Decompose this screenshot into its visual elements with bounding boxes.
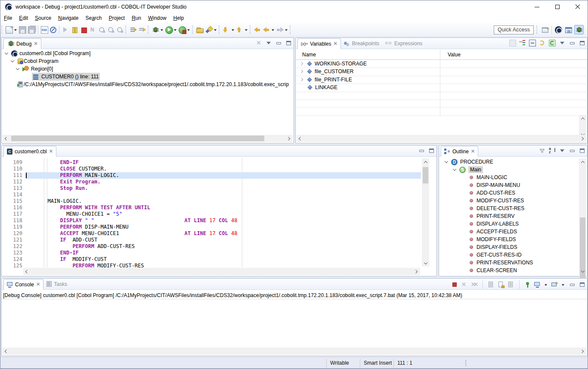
code-line-113[interactable]: 113 Stop Run. — [2, 185, 421, 192]
debug-tree-item[interactable]: Region[0] — [16, 65, 53, 73]
dropdown-icon[interactable] — [561, 281, 565, 288]
minimize-view-icon[interactable] — [418, 147, 425, 154]
show-execution-icon[interactable] — [139, 26, 146, 34]
outline-item[interactable]: MAIN-LOGIC — [470, 174, 507, 181]
pencil-edit-icon[interactable] — [223, 26, 230, 34]
back-gold-icon[interactable] — [254, 26, 261, 34]
minimize-view-icon[interactable] — [275, 40, 282, 47]
debug-perspective-button[interactable] — [574, 25, 584, 34]
run-app-icon[interactable] — [165, 26, 173, 34]
outline-item[interactable]: ADD-CUST-RES — [470, 189, 515, 197]
highlight-icon[interactable] — [205, 26, 213, 34]
dropdown-icon[interactable] — [544, 281, 548, 288]
remove-all-terminated-icon[interactable]: ✕ — [255, 40, 262, 47]
debug-tree-item[interactable]: CUSTOMER0 () line: 111 — [32, 73, 100, 81]
variable-row[interactable]: file_PRINT-FILE — [300, 76, 352, 84]
maximize-view-icon[interactable] — [579, 147, 585, 154]
column-header-name[interactable]: Name — [302, 52, 316, 58]
step-return-icon[interactable] — [116, 26, 124, 34]
maximize-view-icon[interactable] — [285, 40, 292, 47]
save-icon[interactable] — [19, 26, 26, 34]
tab-debug[interactable]: Debug ✕ — [3, 38, 41, 49]
open-folder-icon[interactable] — [196, 28, 204, 33]
code-line-119[interactable]: 119 PERFORM DISP-MAIN-MENU — [2, 224, 421, 230]
code-line-112[interactable]: 112 Exit Program. — [2, 179, 421, 185]
stop-icon[interactable] — [80, 26, 87, 34]
cobol-perspective-button[interactable] — [564, 25, 573, 34]
focus-icon[interactable] — [539, 147, 546, 154]
outline-item[interactable]: MODIFY-FIELDS — [470, 236, 516, 243]
tab-variables[interactable]: (x)= Variables ✕ — [297, 38, 341, 49]
clear-console-icon[interactable] — [488, 281, 495, 288]
code-line-114[interactable]: 114 — [2, 192, 421, 198]
outline-item[interactable]: MODIFY-CUST-RES — [470, 197, 524, 205]
debug-tree-item[interactable]: customer0.cbl [Cobol Program] — [5, 50, 90, 57]
view-menu-icon[interactable] — [265, 40, 272, 47]
new-wizard-dropdown-icon[interactable] — [14, 26, 17, 34]
outline-item[interactable]: DISPLAY-FIELDS — [470, 243, 517, 251]
quick-access-box[interactable]: Quick Access — [494, 25, 534, 34]
terminate-icon[interactable] — [451, 281, 458, 288]
show-type-names-icon[interactable] — [509, 40, 516, 47]
code-line-121[interactable]: 121 IF ADD-CUST — [2, 237, 421, 243]
menu-search[interactable]: Search — [82, 14, 105, 22]
menu-edit[interactable]: Edit — [15, 14, 31, 22]
minimize-view-icon[interactable] — [569, 147, 576, 154]
pin-console-icon[interactable] — [524, 281, 531, 288]
remove-all-launches-icon[interactable]: ✕✕ — [471, 281, 478, 288]
outline-item[interactable]: DISP-MAIN-MENU — [470, 181, 520, 189]
remove-launch-icon[interactable]: ✕ — [461, 281, 468, 288]
debug-tree-item[interactable]: Cobol Program — [11, 57, 59, 65]
up-annotation-dropdown-icon[interactable] — [244, 26, 248, 34]
save-all-icon[interactable] — [28, 26, 35, 34]
outline-vscrollbar[interactable] — [579, 158, 586, 275]
variable-row[interactable]: WORKING-STORAGE — [300, 60, 367, 68]
code-line-117[interactable]: 117 MENU-CHOICE1 = "5" — [2, 211, 421, 217]
minimize-view-icon[interactable] — [569, 281, 576, 288]
code-line-125[interactable]: 125 PERFORM MODIFY-CUST-RES — [2, 263, 421, 267]
code-line-122[interactable]: 122 PERFORM ADD-CUST-RES — [2, 243, 421, 250]
variables-hscrollbar[interactable] — [297, 135, 586, 142]
code-line-115[interactable]: 115 MAIN-LOGIC. — [2, 198, 421, 205]
pencil-edit-dropdown-icon[interactable] — [231, 26, 235, 34]
outline-item[interactable]: PRINT-RESERV — [470, 212, 514, 220]
word-wrap-icon[interactable] — [508, 281, 514, 288]
tab-breakpoints[interactable]: Breakpoints — [341, 38, 382, 49]
debug-hscrollbar[interactable] — [3, 135, 293, 142]
menu-window[interactable]: Window — [145, 14, 170, 22]
menu-navigate[interactable]: Navigate — [55, 14, 82, 22]
view-menu-icon[interactable] — [559, 40, 566, 47]
close-tab-icon[interactable]: ✕ — [333, 41, 337, 47]
outline-item-main[interactable]: SMain — [453, 166, 483, 174]
maximize-view-icon[interactable] — [579, 281, 585, 288]
sort-icon[interactable]: az — [549, 147, 556, 154]
menu-run[interactable]: Run — [128, 14, 145, 22]
outline-item[interactable]: ACCEPT-FIELDS — [470, 228, 517, 236]
outline-item[interactable]: DISPLAY-LABELS — [470, 220, 519, 228]
code-line-118[interactable]: 118 DISPLAY " " AT LINE 17 COL 48 — [2, 217, 421, 224]
skip-breakpoints-icon[interactable] — [50, 27, 56, 33]
menu-file[interactable]: File — [0, 14, 15, 22]
debug-bug-dropdown-icon[interactable] — [160, 26, 164, 34]
forward-gray-dropdown-icon[interactable] — [285, 26, 288, 34]
back-gold2-icon[interactable] — [263, 26, 270, 34]
highlight-dropdown-icon[interactable] — [214, 26, 217, 34]
menu-help[interactable]: Help — [170, 14, 188, 22]
pause-icon[interactable] — [71, 26, 78, 34]
refresh-icon[interactable] — [539, 40, 546, 47]
run-app-dropdown-icon[interactable] — [173, 26, 177, 34]
disconnect-icon[interactable] — [89, 26, 96, 34]
tab-tasks[interactable]: Tasks — [43, 279, 70, 289]
code-line-110[interactable]: 110 CLOSE CUSTOMER. — [2, 166, 421, 172]
coverage-dropdown-icon[interactable] — [187, 26, 190, 34]
close-tab-icon[interactable]: ✕ — [34, 41, 37, 47]
console-hscrollbar[interactable] — [3, 347, 586, 355]
auto-refresh-icon[interactable] — [549, 40, 556, 47]
minimize-button[interactable] — [527, 0, 547, 13]
scroll-lock-icon[interactable] — [498, 281, 504, 288]
code-line-116[interactable]: 116 PERFORM WITH TEST AFTER UNTIL — [2, 205, 421, 211]
outline-item[interactable]: GET-CUST-RES-ID — [470, 251, 522, 259]
forward-gray-icon[interactable] — [276, 26, 284, 34]
display-console-icon[interactable] — [534, 281, 541, 288]
minimize-view-icon[interactable] — [569, 40, 576, 47]
